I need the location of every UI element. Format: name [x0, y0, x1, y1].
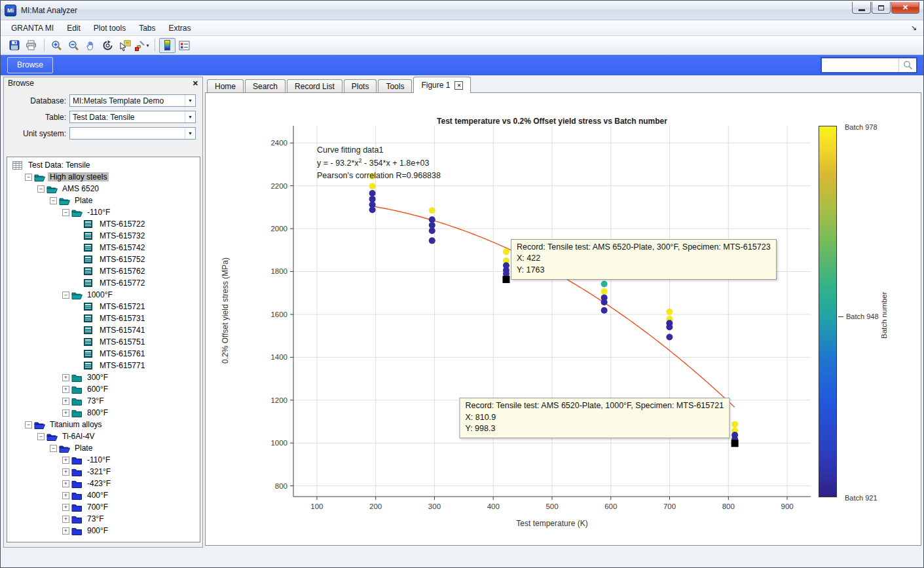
expand-icon[interactable]: + — [62, 398, 69, 405]
data-point[interactable] — [666, 324, 673, 330]
tree-item[interactable]: MTS-615751 — [7, 336, 200, 348]
expand-icon[interactable]: + — [62, 468, 69, 476]
collapse-icon[interactable]: − — [62, 292, 69, 299]
data-point[interactable] — [731, 421, 738, 428]
fit-curve[interactable] — [373, 206, 735, 407]
data-point[interactable] — [503, 248, 509, 255]
data-point[interactable] — [601, 280, 608, 287]
tree-item[interactable]: +900°F — [7, 525, 200, 537]
collapse-icon[interactable]: − — [37, 185, 45, 193]
insert-colorbar-button[interactable] — [159, 38, 176, 53]
tree-item[interactable]: −High alloy steels — [7, 171, 200, 183]
expand-icon[interactable]: + — [62, 516, 69, 523]
tree-item[interactable]: +73°F — [7, 395, 200, 407]
tree-item[interactable]: −-110°F — [7, 206, 200, 218]
zoom-out-button[interactable] — [65, 38, 82, 53]
datatip[interactable]: Record: Tensile test: AMS 6520-Plate, 10… — [460, 398, 730, 438]
tree-item[interactable]: −1000°F — [7, 289, 200, 301]
brush-button[interactable]: ▾ — [134, 38, 150, 53]
data-point[interactable] — [666, 309, 673, 315]
tree-item[interactable]: MTS-615762 — [7, 265, 200, 277]
data-point[interactable] — [369, 196, 376, 202]
menu-edit[interactable]: Edit — [60, 22, 87, 35]
data-point[interactable] — [429, 222, 435, 229]
data-point[interactable] — [429, 227, 435, 234]
data-point[interactable] — [429, 216, 435, 223]
expand-icon[interactable]: + — [62, 480, 69, 487]
tree-item[interactable]: +-110°F — [7, 454, 200, 466]
expand-icon[interactable]: + — [62, 527, 69, 535]
tree-item[interactable]: MTS-615771 — [7, 360, 200, 371]
data-point[interactable] — [601, 288, 608, 295]
chevron-down-icon[interactable]: ▼ — [185, 111, 195, 123]
collapse-icon[interactable]: − — [37, 433, 45, 440]
tree-item[interactable]: MTS-615761 — [7, 348, 200, 360]
maximize-button[interactable] — [872, 2, 891, 14]
collapse-icon[interactable]: − — [25, 421, 32, 428]
tree-item[interactable]: +73°F — [7, 513, 200, 525]
tree-item[interactable]: MTS-615741 — [7, 324, 200, 336]
datatip[interactable]: Record: Tensile test: AMS 6520-Plate, 30… — [511, 239, 777, 280]
data-point[interactable] — [429, 207, 435, 214]
tree-item[interactable]: −Titanium alloys — [7, 419, 200, 430]
tree-item[interactable]: +800°F — [7, 407, 200, 419]
data-point[interactable] — [429, 237, 435, 244]
data-cursor-button[interactable] — [117, 38, 133, 53]
data-point[interactable] — [369, 206, 376, 213]
tree-item[interactable]: −Plate — [7, 442, 200, 454]
tab-search[interactable]: Search — [245, 79, 286, 93]
selected-data-point[interactable] — [502, 276, 509, 283]
search-button[interactable] — [898, 58, 916, 72]
table-select[interactable]: Test Data: Tensile ▼ — [69, 111, 196, 123]
collapse-icon[interactable]: − — [25, 174, 32, 181]
tab-tools[interactable]: Tools — [378, 79, 412, 93]
tree-item[interactable]: +-423°F — [7, 478, 200, 489]
expand-icon[interactable]: + — [62, 504, 69, 511]
tree-item[interactable]: MTS-615752 — [7, 254, 200, 265]
unit-system-select[interactable]: ▼ — [69, 127, 196, 140]
data-point[interactable] — [601, 307, 608, 314]
print-button[interactable] — [23, 38, 39, 53]
collapse-icon[interactable]: − — [50, 445, 57, 452]
expand-icon[interactable]: + — [62, 374, 69, 381]
data-point[interactable] — [369, 183, 376, 189]
tree-item[interactable]: Test Data: Tensile — [7, 159, 200, 171]
database-select[interactable]: MI:Metals Template Demo ▼ — [69, 94, 196, 107]
pan-button[interactable] — [83, 38, 99, 53]
expand-icon[interactable]: + — [62, 386, 69, 393]
tree-item[interactable]: MTS-615731 — [7, 312, 200, 324]
expand-icon[interactable]: + — [62, 457, 69, 464]
tab-home[interactable]: Home — [207, 79, 244, 93]
tree-item[interactable]: MTS-615742 — [7, 242, 200, 254]
collapse-icon[interactable]: − — [50, 197, 57, 204]
tree-item[interactable]: +-321°F — [7, 466, 200, 478]
tab-plots[interactable]: Plots — [344, 79, 377, 93]
zoom-in-button[interactable] — [48, 38, 65, 53]
menu-plot-tools[interactable]: Plot tools — [87, 22, 132, 35]
browse-button[interactable]: Browse — [7, 57, 53, 73]
rotate-3d-button[interactable] — [100, 38, 116, 53]
data-point[interactable] — [369, 190, 376, 197]
collapse-icon[interactable]: − — [62, 209, 69, 216]
tab-close-icon[interactable]: ✕ — [454, 81, 463, 90]
menu-extras[interactable]: Extras — [162, 22, 198, 35]
dock-arrow-icon[interactable]: ↘ — [911, 24, 917, 32]
chevron-down-icon[interactable]: ▼ — [185, 128, 195, 139]
tree-item[interactable]: −Ti-6Al-4V — [7, 430, 200, 442]
tab-record-list[interactable]: Record List — [287, 79, 342, 93]
data-point[interactable] — [666, 334, 673, 341]
close-button[interactable]: ✕ — [891, 2, 919, 14]
tree-item[interactable]: MTS-615732 — [7, 230, 200, 242]
insert-legend-button[interactable] — [176, 38, 193, 53]
data-point[interactable] — [601, 299, 608, 305]
search-input[interactable] — [822, 58, 898, 72]
tree-item[interactable]: MTS-615721 — [7, 301, 200, 312]
tab-figure-1[interactable]: Figure 1✕ — [413, 77, 471, 93]
expand-icon[interactable]: + — [62, 492, 69, 499]
save-button[interactable] — [6, 38, 22, 53]
minimize-button[interactable] — [852, 2, 871, 14]
brush-dropdown-icon[interactable]: ▾ — [146, 43, 149, 48]
tree-item[interactable]: MTS-615722 — [7, 218, 200, 230]
tree-item[interactable]: −Plate — [7, 195, 200, 206]
tree-item[interactable]: +400°F — [7, 489, 200, 501]
